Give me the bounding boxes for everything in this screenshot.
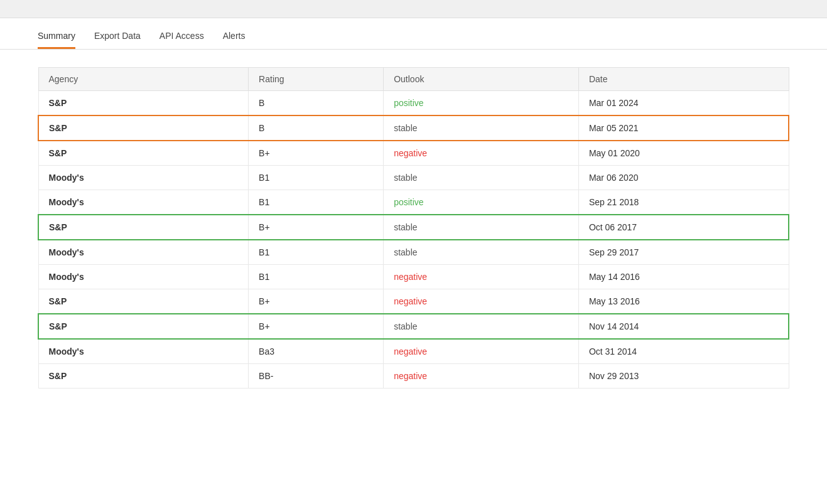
nav-tab-api-access[interactable]: API Access xyxy=(159,27,204,49)
rating-cell: B+ xyxy=(249,215,384,240)
nav-tabs: SummaryExport DataAPI AccessAlerts xyxy=(0,18,827,50)
rating-cell: BB- xyxy=(249,364,384,389)
col-header-date: Date xyxy=(578,68,789,91)
table-row: Moody'sB1positiveSep 21 2018 xyxy=(38,190,789,215)
agency-cell: Moody's xyxy=(38,339,249,364)
agency-cell: S&P xyxy=(38,91,249,116)
agency-cell: Moody's xyxy=(38,265,249,289)
rating-cell: B1 xyxy=(249,166,384,190)
table-body: S&PBpositiveMar 01 2024S&PBstableMar 05 … xyxy=(38,91,789,389)
table-row: S&PB+stableNov 14 2014 xyxy=(38,314,789,339)
date-cell: Mar 05 2021 xyxy=(578,115,789,141)
outlook-cell: stable xyxy=(384,115,579,141)
col-header-rating: Rating xyxy=(249,68,384,91)
rating-cell: B+ xyxy=(249,289,384,314)
rating-cell: B xyxy=(249,115,384,141)
nav-tab-export-data[interactable]: Export Data xyxy=(94,27,141,49)
outlook-cell: stable xyxy=(384,314,579,339)
outlook-cell: stable xyxy=(384,215,579,240)
outlook-cell: stable xyxy=(384,240,579,265)
table-row: S&PB+negativeMay 01 2020 xyxy=(38,141,789,166)
date-cell: Mar 01 2024 xyxy=(578,91,789,116)
credit-rating-table: AgencyRatingOutlookDate S&PBpositiveMar … xyxy=(38,67,789,389)
rating-cell: Ba3 xyxy=(249,339,384,364)
agency-cell: Moody's xyxy=(38,190,249,215)
rating-cell: B1 xyxy=(249,190,384,215)
table-row: Moody'sB1stableSep 29 2017 xyxy=(38,240,789,265)
date-cell: Mar 06 2020 xyxy=(578,166,789,190)
col-header-agency: Agency xyxy=(38,68,249,91)
date-cell: Oct 31 2014 xyxy=(578,339,789,364)
agency-cell: S&P xyxy=(38,364,249,389)
table-row: Moody'sBa3negativeOct 31 2014 xyxy=(38,339,789,364)
rating-cell: B xyxy=(249,91,384,116)
table-row: S&PBstableMar 05 2021 xyxy=(38,115,789,141)
date-cell: Sep 21 2018 xyxy=(578,190,789,215)
date-cell: May 14 2016 xyxy=(578,265,789,289)
outlook-cell: stable xyxy=(384,166,579,190)
rating-cell: B+ xyxy=(249,314,384,339)
col-header-outlook: Outlook xyxy=(384,68,579,91)
table-row: Moody'sB1stableMar 06 2020 xyxy=(38,166,789,190)
date-cell: Nov 29 2013 xyxy=(578,364,789,389)
date-cell: Nov 14 2014 xyxy=(578,314,789,339)
agency-cell: S&P xyxy=(38,314,249,339)
table-row: S&PB+negativeMay 13 2016 xyxy=(38,289,789,314)
date-cell: May 13 2016 xyxy=(578,289,789,314)
date-cell: May 01 2020 xyxy=(578,141,789,166)
agency-cell: Moody's xyxy=(38,166,249,190)
table-row: Moody'sB1negativeMay 14 2016 xyxy=(38,265,789,289)
table-row: S&PBB-negativeNov 29 2013 xyxy=(38,364,789,389)
outlook-cell: positive xyxy=(384,91,579,116)
table-row: S&PB+stableOct 06 2017 xyxy=(38,215,789,240)
rating-cell: B1 xyxy=(249,240,384,265)
outlook-cell: negative xyxy=(384,289,579,314)
nav-tab-summary[interactable]: Summary xyxy=(38,27,75,49)
nav-tab-alerts[interactable]: Alerts xyxy=(223,27,246,49)
agency-cell: S&P xyxy=(38,115,249,141)
agency-cell: S&P xyxy=(38,289,249,314)
outlook-cell: negative xyxy=(384,364,579,389)
agency-cell: Moody's xyxy=(38,240,249,265)
table-header-row: AgencyRatingOutlookDate xyxy=(38,68,789,91)
table-row: S&PBpositiveMar 01 2024 xyxy=(38,91,789,116)
outlook-cell: negative xyxy=(384,141,579,166)
rating-cell: B+ xyxy=(249,141,384,166)
outlook-cell: positive xyxy=(384,190,579,215)
date-cell: Oct 06 2017 xyxy=(578,215,789,240)
outlook-cell: negative xyxy=(384,265,579,289)
outlook-cell: negative xyxy=(384,339,579,364)
rating-cell: B1 xyxy=(249,265,384,289)
date-cell: Sep 29 2017 xyxy=(578,240,789,265)
agency-cell: S&P xyxy=(38,215,249,240)
agency-cell: S&P xyxy=(38,141,249,166)
